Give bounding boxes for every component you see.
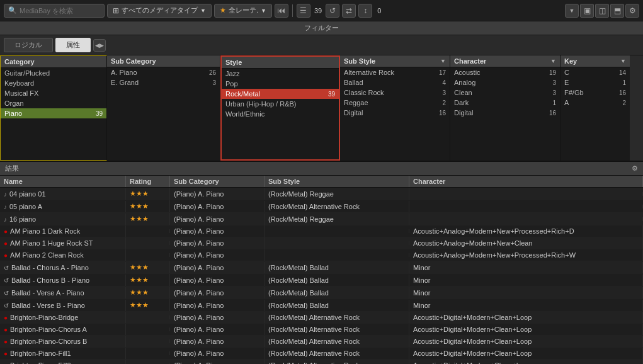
- col-head-subcategory: Sub Category: [170, 176, 265, 187]
- substyle-item-altrock[interactable]: Alternative Rock17: [340, 67, 450, 77]
- character-item-acoustic[interactable]: Acoustic19: [450, 67, 560, 77]
- table-row[interactable]: ↺Ballad - Verse B - Piano ★★★ (Piano) A.…: [0, 299, 643, 312]
- cell-rating: [126, 351, 170, 355]
- cell-name: ●Brighton-Piano-Fill2: [0, 360, 126, 364]
- main-container: 🔍 ⊞ すべてのメディアタイプ ▼ ★ 全レーテ. ▼ ⏮ ☰ 39 ↺ ⇄ ↕: [0, 0, 643, 364]
- category-item-organ[interactable]: Organ: [1, 98, 106, 108]
- cell-character: Minor: [409, 287, 643, 299]
- cell-subcategory: (Piano) A. Piano: [170, 360, 265, 364]
- cell-substyle: (Rock/Metal) Alternative Rock: [265, 201, 409, 212]
- col-head-character: Character: [409, 176, 643, 187]
- character-item-digital[interactable]: Digital16: [450, 108, 560, 118]
- skip-button[interactable]: ⏮: [275, 4, 288, 18]
- toolbar-right: ▼ ▣ ◫ ⬒ ⚙: [565, 4, 639, 18]
- table-row[interactable]: ♪16 piano ★★★ (Piano) A. Piano (Rock/Met…: [0, 213, 643, 225]
- subcategory-item-egrand[interactable]: E. Grand3: [107, 77, 220, 88]
- col-head-rating: Rating: [126, 176, 170, 187]
- cell-name: ●Brighton-Piano-Chorus B: [0, 336, 126, 347]
- cell-substyle: (Rock/Metal) Alternative Rock: [265, 336, 409, 347]
- tab-logical[interactable]: ロジカル: [4, 38, 53, 52]
- key-item-e[interactable]: E1: [560, 77, 630, 88]
- character-item-dark[interactable]: Dark1: [450, 98, 560, 108]
- style-item-urban[interactable]: Urban (Hip-Hop / R&B): [222, 99, 339, 109]
- view-panel1-button[interactable]: ▣: [580, 4, 594, 18]
- cell-character: [409, 192, 643, 196]
- cell-substyle: (Rock/Metal) Alternative Rock: [265, 360, 409, 364]
- search-box[interactable]: 🔍: [4, 4, 105, 18]
- table-row[interactable]: ●AM Piano 2 Clean Rock (Piano) A. Piano …: [0, 249, 643, 261]
- category-item-musicalfx[interactable]: Musical FX: [1, 88, 106, 98]
- cell-substyle: (Rock/Metal) Alternative Rock: [265, 324, 409, 335]
- tab-attribute[interactable]: 属性: [55, 38, 91, 52]
- col-head-name: Name: [0, 176, 126, 187]
- sort-button[interactable]: ↕: [358, 4, 372, 18]
- chevron-down-icon2: ▼: [261, 8, 266, 14]
- cell-rating: [126, 316, 170, 319]
- expand-icon: ▼: [569, 8, 575, 14]
- cell-substyle: (Rock/Metal) Alternative Rock: [265, 348, 409, 359]
- cell-subcategory: (Piano) A. Piano: [170, 213, 265, 225]
- style-item-rockmetal[interactable]: Rock/Metal39: [222, 89, 339, 99]
- skip-icon: ⏮: [277, 6, 285, 15]
- cell-name: ♪16 piano: [0, 213, 126, 225]
- table-row[interactable]: ●AM Piano 1 Huge Rock ST (Piano) A. Pian…: [0, 237, 643, 249]
- subcategory-item-apiano[interactable]: A. Piano26: [107, 67, 220, 77]
- cell-character: Acoustic+Digital+Modern+Clean+Loop: [409, 336, 643, 347]
- table-row[interactable]: ●Brighton-Piano-Fill2 (Piano) A. Piano (…: [0, 360, 643, 364]
- view-panel2-button[interactable]: ◫: [595, 4, 609, 18]
- category-item-piano[interactable]: Piano39: [1, 108, 106, 118]
- substyle-item-ballad[interactable]: Ballad4: [340, 77, 450, 88]
- cell-substyle: (Rock/Metal) Reggae: [265, 188, 409, 200]
- cell-substyle: [265, 253, 409, 257]
- gear-button[interactable]: ⚙: [625, 4, 639, 18]
- key-item-a[interactable]: A2: [560, 98, 630, 108]
- category-item-keyboard[interactable]: Keyboard: [1, 78, 106, 88]
- character-items: Acoustic19 Analog3 Clean3 Dark1 Digital1…: [450, 67, 560, 161]
- character-item-clean[interactable]: Clean3: [450, 88, 560, 98]
- view-panel3-button[interactable]: ⬒: [610, 4, 624, 18]
- expand-button[interactable]: ▼: [565, 4, 579, 18]
- search-input[interactable]: [20, 7, 95, 14]
- cell-name: ●Brighton-Piano-Chorus A: [0, 324, 126, 335]
- filter-col-category-header: Category: [1, 56, 106, 68]
- cell-character: Acoustic+Digital+Modern+Clean+Loop: [409, 360, 643, 364]
- list-icon-btn[interactable]: ☰: [297, 4, 310, 18]
- zero-display: 0: [377, 7, 381, 14]
- table-row[interactable]: ●Brighton-Piano-Chorus B (Piano) A. Pian…: [0, 336, 643, 348]
- table-row[interactable]: ●Brighton-Piano-Fill1 (Piano) A. Piano (…: [0, 348, 643, 360]
- character-item-analog[interactable]: Analog3: [450, 77, 560, 88]
- style-item-pop[interactable]: Pop: [222, 79, 339, 89]
- media-type-button[interactable]: ⊞ すべてのメディアタイプ ▼: [107, 4, 212, 18]
- table-row[interactable]: ●Brighton-Piano-Bridge (Piano) A. Piano …: [0, 312, 643, 324]
- key-item-fsgb[interactable]: F#/Gb16: [560, 88, 630, 98]
- substyle-item-reggae[interactable]: Reggae2: [340, 98, 450, 108]
- gear-icon: ⚙: [629, 6, 636, 15]
- cell-rating: ★★★: [126, 299, 170, 311]
- table-row[interactable]: ↺Ballad - Chorus B - Piano ★★★ (Piano) A…: [0, 274, 643, 287]
- filter-collapse-button[interactable]: ◀▶: [93, 39, 106, 52]
- style-item-worldethnic[interactable]: World/Ethnic: [222, 109, 339, 119]
- rating-button[interactable]: ★ 全レーテ. ▼: [214, 4, 272, 18]
- key-items: C14 E1 F#/Gb16 A2: [560, 67, 630, 161]
- top-toolbar: 🔍 ⊞ すべてのメディアタイプ ▼ ★ 全レーテ. ▼ ⏮ ☰ 39 ↺ ⇄ ↕: [0, 0, 643, 21]
- refresh-icon: ↺: [329, 6, 336, 15]
- key-item-c[interactable]: C14: [560, 67, 630, 77]
- table-row[interactable]: ●AM Piano 1 Dark Rock (Piano) A. Piano A…: [0, 225, 643, 237]
- shuffle-button[interactable]: ⇄: [342, 4, 356, 18]
- substyle-item-digital[interactable]: Digital16: [340, 108, 450, 118]
- table-row[interactable]: ♪04 piano 01 ★★★ (Piano) A. Piano (Rock/…: [0, 188, 643, 200]
- results-table-header: Name Rating Sub Category Sub Style Chara…: [0, 176, 643, 188]
- table-row[interactable]: ♪05 piano A ★★★ (Piano) A. Piano (Rock/M…: [0, 200, 643, 213]
- table-row[interactable]: ↺Ballad - Verse A - Piano ★★★ (Piano) A.…: [0, 287, 643, 299]
- category-item-guitar[interactable]: Guitar/Plucked: [1, 68, 106, 78]
- cell-substyle: (Rock/Metal) Ballad: [265, 287, 409, 299]
- filter-columns: Category Guitar/Plucked Keyboard Musical…: [0, 55, 643, 161]
- cell-name: ●AM Piano 1 Huge Rock ST: [0, 237, 126, 249]
- table-row[interactable]: ↺Ballad - Chorus A - Piano ★★★ (Piano) A…: [0, 261, 643, 274]
- media-type-label: すべてのメディアタイプ: [122, 6, 198, 15]
- substyle-item-classicrock[interactable]: Classic Rock3: [340, 88, 450, 98]
- refresh-button[interactable]: ↺: [326, 4, 339, 18]
- style-item-jazz[interactable]: Jazz: [222, 69, 339, 79]
- table-row[interactable]: ●Brighton-Piano-Chorus A (Piano) A. Pian…: [0, 324, 643, 336]
- results-gear-icon[interactable]: ⚙: [632, 164, 638, 173]
